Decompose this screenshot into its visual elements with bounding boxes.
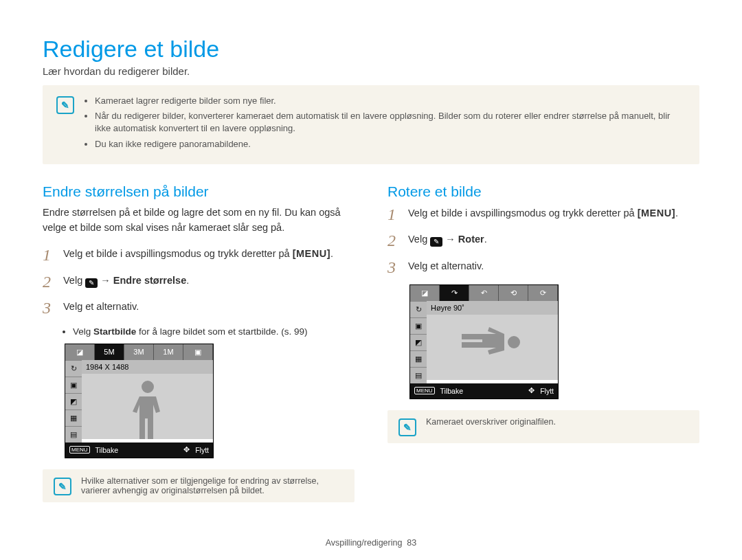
left-lead: Endre størrelsen på et bilde og lagre de… — [43, 205, 355, 236]
left-step-3: Velg et alternativ. — [63, 299, 139, 315]
back-label: Tilbake — [95, 446, 118, 454]
right-bottom-note: ✎ Kameraet overskriver originalfilen. — [387, 410, 699, 443]
back-label: Tilbake — [440, 387, 463, 395]
resize-value: 1984 X 1488 — [82, 360, 213, 374]
right-step-1: Velg et bilde i avspillingsmodus og tryk… — [408, 205, 678, 221]
edit-icon: ✎ — [85, 278, 98, 288]
tab-icon: 3M — [124, 344, 154, 360]
edit-icon: ✎ — [430, 237, 442, 247]
side-icon: ▣ — [65, 377, 82, 393]
side-icon: ↻ — [65, 360, 82, 377]
move-label: Flytt — [195, 446, 209, 454]
tab-icon: 5M — [95, 344, 124, 360]
right-heading: Rotere et bilde — [387, 183, 699, 200]
person-silhouette-icon — [127, 377, 168, 439]
tab-icon: ↶ — [469, 285, 499, 301]
top-note-box: ✎ Kameraet lagrer redigerte bilder som n… — [43, 85, 699, 164]
note-icon: ✎ — [398, 418, 416, 436]
right-column: Rotere et bilde 1 Velg et bilde i avspil… — [387, 183, 699, 522]
left-bottom-note: ✎ Hvilke alternativer som er tilgjengeli… — [43, 469, 355, 502]
left-heading: Endre størrelsen på bilder — [43, 183, 355, 200]
note-icon: ✎ — [54, 478, 71, 495]
left-sub-bullet: Velg Startbilde for å lagre bildet som e… — [73, 326, 355, 337]
tab-icon: 1M — [154, 344, 183, 360]
top-note-item: Når du redigerer bilder, konverterer kam… — [95, 110, 686, 135]
step-number: 1 — [387, 205, 400, 223]
left-step-2: Velg ✎ → Endre størrelse. — [63, 273, 189, 289]
tab-icon: ↷ — [440, 285, 469, 301]
menu-tag: MENU — [69, 446, 90, 453]
resize-screen-diagram: ◪ 5M 3M 1M ▣ ↻ ▣ ◩ ▦ ▤ 1984 X 1488 — [65, 344, 214, 458]
side-icon: ▣ — [410, 317, 427, 334]
side-icon: ▦ — [65, 410, 82, 426]
tab-icon: ◪ — [65, 344, 95, 360]
rotate-value: Høyre 90˚ — [427, 301, 558, 315]
tab-icon: ◪ — [410, 285, 440, 301]
top-note-item: Kameraet lagrer redigerte bilder som nye… — [95, 95, 686, 107]
move-icon: ✥ — [528, 386, 535, 395]
page-footer: Avspilling/redigering 83 — [43, 538, 699, 548]
page-title: Redigere et bilde — [43, 36, 699, 63]
tab-icon: ⟲ — [499, 285, 528, 301]
move-icon: ✥ — [183, 445, 190, 454]
side-icon: ▤ — [65, 426, 82, 443]
right-step-3: Velg et alternativ. — [408, 258, 484, 274]
left-step-1: Velg et bilde i avspillingsmodus og tryk… — [63, 246, 333, 262]
side-icon: ↻ — [410, 301, 427, 317]
step-number: 2 — [43, 273, 55, 291]
menu-tag: MENU — [414, 387, 435, 394]
top-note-item: Du kan ikke redigere panoramabildene. — [95, 138, 686, 150]
move-label: Flytt — [540, 387, 554, 395]
left-column: Endre størrelsen på bilder Endre størrel… — [43, 183, 355, 522]
side-icon: ▤ — [410, 367, 427, 383]
rotate-screen-diagram: ◪ ↷ ↶ ⟲ ⟳ ↻ ▣ ◩ ▦ ▤ Høyre 90˚ — [409, 284, 559, 399]
step-number: 1 — [43, 246, 55, 264]
side-icon: ▦ — [410, 350, 427, 367]
right-step-2: Velg ✎ → Roter. — [408, 232, 487, 247]
step-number: 3 — [43, 299, 55, 317]
person-silhouette-icon — [462, 322, 524, 363]
step-number: 2 — [387, 232, 400, 249]
side-icon: ◩ — [410, 334, 427, 350]
note-icon: ✎ — [56, 96, 74, 114]
step-number: 3 — [387, 258, 400, 276]
page-subtitle: Lær hvordan du redigerer bilder. — [43, 65, 699, 77]
side-icon: ◩ — [65, 393, 82, 410]
tab-icon: ⟳ — [528, 285, 558, 301]
menu-key: [MENU] — [293, 248, 330, 259]
menu-key: [MENU] — [638, 208, 675, 219]
tab-icon: ▣ — [183, 344, 213, 360]
